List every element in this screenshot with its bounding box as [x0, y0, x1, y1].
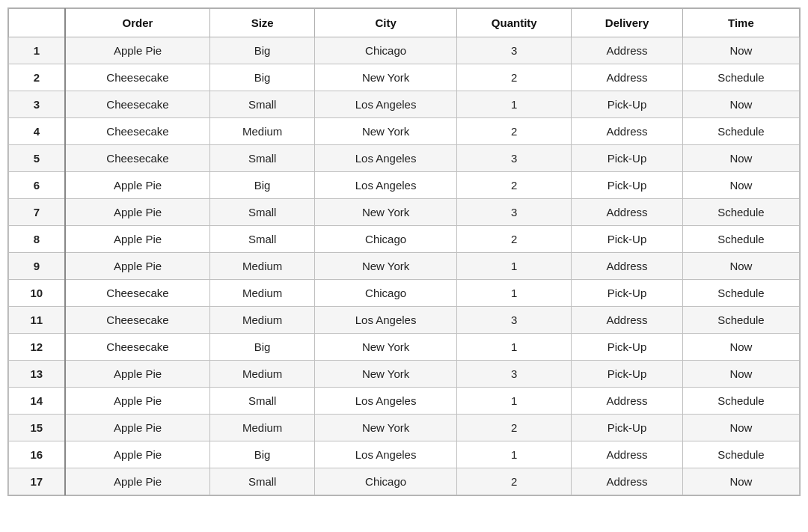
- cell-order: Apple Pie: [65, 226, 210, 253]
- cell-id: 17: [9, 468, 65, 495]
- cell-city: Los Angeles: [314, 441, 456, 468]
- cell-size: Medium: [210, 361, 315, 388]
- cell-city: New York: [314, 199, 456, 226]
- cell-city: Los Angeles: [314, 145, 456, 172]
- cell-size: Big: [210, 334, 315, 361]
- cell-size: Small: [210, 145, 315, 172]
- cell-delivery: Pick-Up: [572, 145, 683, 172]
- cell-quantity: 3: [457, 37, 572, 64]
- cell-size: Small: [210, 199, 315, 226]
- cell-quantity: 1: [457, 253, 572, 280]
- cell-time: Now: [682, 334, 799, 361]
- cell-size: Medium: [210, 253, 315, 280]
- cell-time: Now: [682, 91, 799, 118]
- table-row: 4CheesecakeMediumNew York2AddressSchedul…: [9, 118, 800, 145]
- cell-size: Medium: [210, 280, 315, 307]
- cell-id: 5: [9, 145, 65, 172]
- cell-size: Small: [210, 388, 315, 415]
- cell-delivery: Pick-Up: [572, 91, 683, 118]
- cell-quantity: 2: [457, 415, 572, 441]
- cell-order: Cheesecake: [65, 280, 210, 307]
- cell-time: Now: [682, 253, 799, 280]
- cell-time: Now: [682, 468, 799, 495]
- cell-quantity: 2: [457, 172, 572, 199]
- cell-delivery: Pick-Up: [572, 172, 683, 199]
- cell-quantity: 2: [457, 118, 572, 145]
- cell-size: Small: [210, 226, 315, 253]
- cell-quantity: 1: [457, 334, 572, 361]
- cell-time: Now: [682, 37, 799, 64]
- cell-id: 12: [9, 334, 65, 361]
- table-row: 17Apple PieSmallChicago2AddressNow: [9, 468, 800, 495]
- cell-city: New York: [314, 415, 456, 441]
- cell-city: Los Angeles: [314, 91, 456, 118]
- cell-id: 11: [9, 307, 65, 334]
- header-delivery: Delivery: [572, 9, 683, 37]
- table-row: 16Apple PieBigLos Angeles1AddressSchedul…: [9, 441, 800, 468]
- cell-city: New York: [314, 64, 456, 91]
- cell-delivery: Address: [572, 253, 683, 280]
- cell-order: Apple Pie: [65, 172, 210, 199]
- cell-delivery: Address: [572, 307, 683, 334]
- cell-id: 7: [9, 199, 65, 226]
- cell-delivery: Address: [572, 199, 683, 226]
- cell-quantity: 1: [457, 441, 572, 468]
- header-city: City: [314, 9, 456, 37]
- table-row: 8Apple PieSmallChicago2Pick-UpSchedule: [9, 226, 800, 253]
- cell-size: Medium: [210, 415, 315, 441]
- cell-city: New York: [314, 118, 456, 145]
- cell-id: 16: [9, 441, 65, 468]
- table-row: 9Apple PieMediumNew York1AddressNow: [9, 253, 800, 280]
- cell-quantity: 1: [457, 280, 572, 307]
- cell-order: Cheesecake: [65, 307, 210, 334]
- cell-time: Now: [682, 361, 799, 388]
- cell-id: 1: [9, 37, 65, 64]
- cell-quantity: 2: [457, 64, 572, 91]
- cell-quantity: 3: [457, 361, 572, 388]
- cell-id: 9: [9, 253, 65, 280]
- cell-quantity: 2: [457, 468, 572, 495]
- table-row: 10CheesecakeMediumChicago1Pick-UpSchedul…: [9, 280, 800, 307]
- cell-quantity: 2: [457, 226, 572, 253]
- table-row: 5CheesecakeSmallLos Angeles3Pick-UpNow: [9, 145, 800, 172]
- cell-delivery: Address: [572, 37, 683, 64]
- cell-time: Now: [682, 415, 799, 441]
- cell-id: 4: [9, 118, 65, 145]
- table-row: 11CheesecakeMediumLos Angeles3AddressSch…: [9, 307, 800, 334]
- cell-city: Chicago: [314, 37, 456, 64]
- table-row: 3CheesecakeSmallLos Angeles1Pick-UpNow: [9, 91, 800, 118]
- header-size: Size: [210, 9, 315, 37]
- cell-city: Chicago: [314, 226, 456, 253]
- cell-order: Apple Pie: [65, 37, 210, 64]
- cell-city: New York: [314, 361, 456, 388]
- cell-size: Big: [210, 172, 315, 199]
- cell-time: Schedule: [682, 441, 799, 468]
- cell-order: Apple Pie: [65, 441, 210, 468]
- cell-city: Los Angeles: [314, 388, 456, 415]
- cell-city: Chicago: [314, 468, 456, 495]
- cell-order: Apple Pie: [65, 468, 210, 495]
- cell-time: Schedule: [682, 118, 799, 145]
- cell-delivery: Address: [572, 64, 683, 91]
- cell-size: Small: [210, 91, 315, 118]
- cell-time: Schedule: [682, 388, 799, 415]
- cell-time: Now: [682, 145, 799, 172]
- cell-size: Big: [210, 441, 315, 468]
- cell-delivery: Address: [572, 441, 683, 468]
- cell-delivery: Pick-Up: [572, 361, 683, 388]
- cell-delivery: Pick-Up: [572, 415, 683, 441]
- cell-quantity: 3: [457, 145, 572, 172]
- cell-id: 10: [9, 280, 65, 307]
- cell-quantity: 3: [457, 307, 572, 334]
- cell-city: Los Angeles: [314, 307, 456, 334]
- header-time: Time: [682, 9, 799, 37]
- cell-order: Cheesecake: [65, 334, 210, 361]
- table-row: 2CheesecakeBigNew York2AddressSchedule: [9, 64, 800, 91]
- table-row: 12CheesecakeBigNew York1Pick-UpNow: [9, 334, 800, 361]
- cell-city: New York: [314, 253, 456, 280]
- cell-order: Cheesecake: [65, 145, 210, 172]
- cell-city: New York: [314, 334, 456, 361]
- table-row: 6Apple PieBigLos Angeles2Pick-UpNow: [9, 172, 800, 199]
- cell-order: Cheesecake: [65, 91, 210, 118]
- cell-quantity: 1: [457, 388, 572, 415]
